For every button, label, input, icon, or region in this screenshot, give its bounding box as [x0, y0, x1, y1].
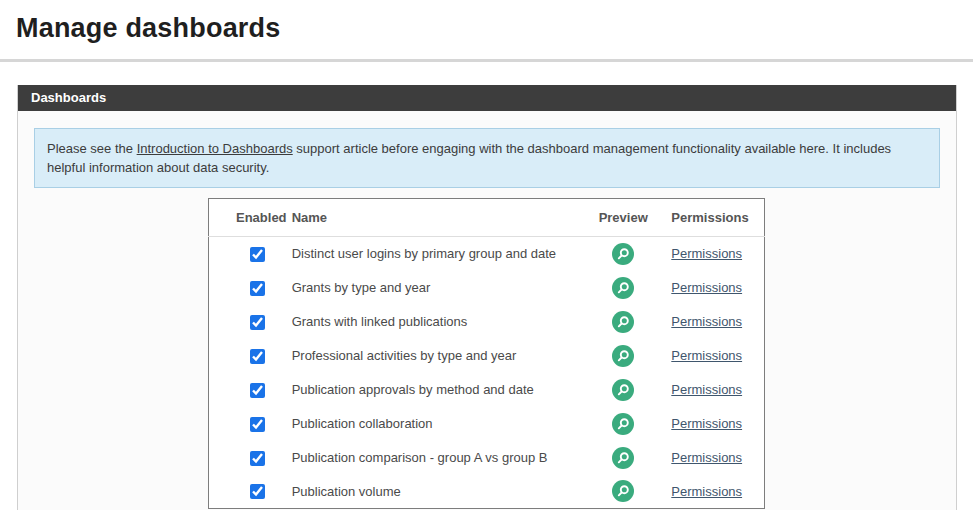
table-row: Professional activities by type and year…: [209, 339, 765, 373]
dashboard-name: Publication approvals by method and date: [292, 382, 534, 397]
dashboard-name: Professional activities by type and year: [292, 348, 517, 363]
preview-magnifier-icon[interactable]: [612, 243, 634, 265]
permissions-link[interactable]: Permissions: [671, 246, 742, 261]
dashboard-name: Publication comparison - group A vs grou…: [292, 450, 548, 465]
enabled-checkbox[interactable]: [250, 383, 265, 398]
info-notice: Please see the Introduction to Dashboard…: [34, 128, 940, 188]
table-row: Grants with linked publications Permissi…: [209, 305, 765, 339]
dashboard-name: Grants with linked publications: [292, 314, 468, 329]
table-row: Grants by type and year Permissions: [209, 271, 765, 305]
dashboard-name: Distinct user logins by primary group an…: [292, 246, 556, 261]
preview-magnifier-icon[interactable]: [612, 480, 634, 502]
permissions-link[interactable]: Permissions: [671, 314, 742, 329]
table-row: Publication approvals by method and date…: [209, 373, 765, 407]
permissions-link[interactable]: Permissions: [671, 348, 742, 363]
column-header-permissions: Permissions: [664, 199, 764, 237]
table-header-row: Enabled Name Preview Permissions: [209, 199, 765, 237]
dashboards-table: Enabled Name Preview Permissions Distinc…: [208, 198, 765, 509]
introduction-to-dashboards-link[interactable]: Introduction to Dashboards: [137, 141, 293, 156]
permissions-link[interactable]: Permissions: [671, 484, 742, 499]
dashboard-name: Grants by type and year: [292, 280, 431, 295]
title-divider: [0, 59, 973, 62]
preview-magnifier-icon[interactable]: [612, 311, 634, 333]
table-row: Publication comparison - group A vs grou…: [209, 441, 765, 475]
permissions-link[interactable]: Permissions: [671, 280, 742, 295]
dashboards-panel: Dashboards Please see the Introduction t…: [17, 85, 957, 510]
page-title: Manage dashboards: [16, 13, 973, 44]
enabled-checkbox[interactable]: [250, 484, 265, 499]
enabled-checkbox[interactable]: [250, 247, 265, 262]
preview-magnifier-icon[interactable]: [612, 379, 634, 401]
preview-magnifier-icon[interactable]: [612, 447, 634, 469]
dashboard-table-body: Distinct user logins by primary group an…: [209, 237, 765, 509]
permissions-link[interactable]: Permissions: [671, 382, 742, 397]
enabled-checkbox[interactable]: [250, 315, 265, 330]
table-row: Publication collaboration Permissions: [209, 407, 765, 441]
permissions-link[interactable]: Permissions: [671, 450, 742, 465]
enabled-checkbox[interactable]: [250, 417, 265, 432]
enabled-checkbox[interactable]: [250, 349, 265, 364]
notice-text-before: Please see the: [47, 141, 137, 156]
permissions-link[interactable]: Permissions: [671, 416, 742, 431]
table-row: Publication volume Permissions: [209, 475, 765, 509]
preview-magnifier-icon[interactable]: [612, 413, 634, 435]
enabled-checkbox[interactable]: [250, 281, 265, 296]
table-row: Distinct user logins by primary group an…: [209, 237, 765, 271]
preview-magnifier-icon[interactable]: [612, 345, 634, 367]
column-header-name: Name: [292, 199, 583, 237]
preview-magnifier-icon[interactable]: [612, 277, 634, 299]
column-header-enabled: Enabled: [209, 199, 292, 237]
enabled-checkbox[interactable]: [250, 451, 265, 466]
dashboard-name: Publication collaboration: [292, 416, 433, 431]
column-header-preview: Preview: [582, 199, 664, 237]
dashboard-name: Publication volume: [292, 484, 401, 499]
panel-header: Dashboards: [18, 85, 956, 111]
